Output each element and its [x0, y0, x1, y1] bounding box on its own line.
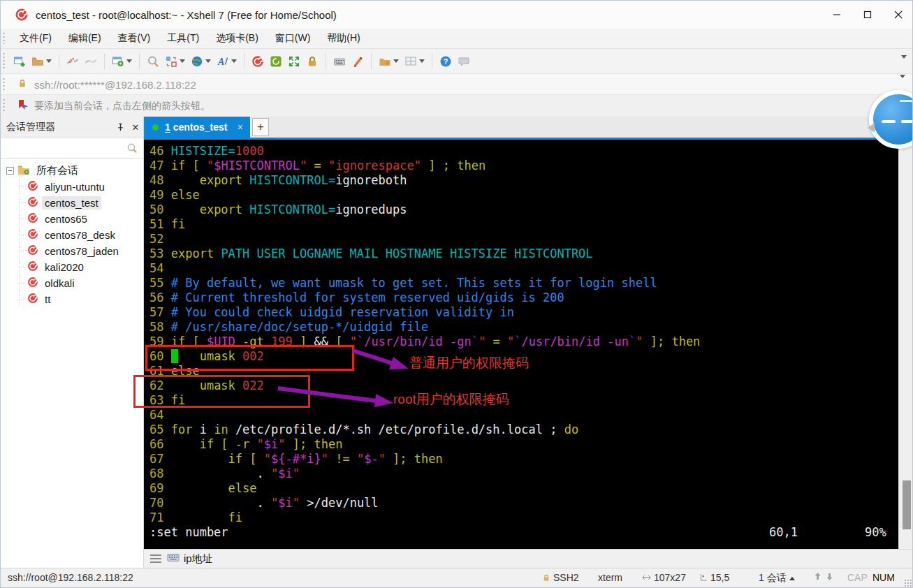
menu-item[interactable]: 选项卡(B) — [210, 30, 265, 47]
menu-item[interactable]: 窗口(W) — [269, 30, 317, 47]
tab-centos-test[interactable]: 1 centos_test × — [144, 117, 250, 138]
sidebar-item-tt[interactable]: tt — [1, 291, 143, 307]
new-folder-icon[interactable] — [376, 52, 402, 71]
session-manager-header: 会话管理器 ✕ — [1, 117, 143, 138]
terminal-line: 48 export HISTCONTROL=ignoreboth — [149, 173, 898, 188]
help-icon[interactable]: ? — [437, 52, 455, 71]
terminal-scrollbar[interactable] — [898, 140, 913, 549]
status-session-count[interactable]: 1 会话 — [759, 572, 795, 585]
toolbar-grip — [3, 99, 5, 113]
dropdown-caret-icon[interactable] — [393, 59, 399, 63]
encoding-globe-icon[interactable] — [188, 52, 214, 71]
sidebar-item-aliyun-utuntu[interactable]: aliyun-utuntu — [1, 179, 143, 195]
address-dropdown-icon[interactable] — [898, 78, 905, 91]
xftp-icon[interactable] — [267, 52, 285, 71]
terminal-line: 64 — [149, 408, 898, 422]
open-folder-icon[interactable] — [29, 52, 54, 71]
sidebar-item-oldkali[interactable]: oldkali — [1, 275, 143, 291]
tab-label: 1 centos_test — [165, 122, 238, 133]
dropdown-caret-icon[interactable] — [126, 59, 132, 63]
close-panel-icon[interactable]: ✕ — [128, 119, 143, 135]
pin-icon[interactable] — [112, 119, 128, 135]
terminal-cursor — [171, 349, 178, 363]
session-dropdown-icon[interactable] — [789, 577, 795, 580]
terminal-line: 50 export HISTCONTROL=ignoredups — [149, 203, 898, 217]
status-connection: ssh://root@192.168.2.118:22 — [8, 572, 133, 583]
minimize-button[interactable] — [821, 1, 852, 29]
highlighter-icon[interactable] — [349, 52, 367, 71]
session-label: oldkali — [42, 277, 78, 290]
new-session-icon[interactable] — [10, 52, 29, 71]
toolbar-separator — [244, 54, 244, 69]
session-icon — [27, 293, 38, 306]
find-icon[interactable] — [144, 52, 162, 71]
close-button[interactable] — [883, 1, 913, 29]
toolbar-separator — [371, 54, 372, 69]
address-url[interactable]: ssh://root:******@192.168.2.118:22 — [34, 79, 196, 91]
dropdown-caret-icon[interactable] — [419, 59, 425, 63]
session-tree: 所有会话 aliyun-utuntucentos_testcentos65cen… — [1, 159, 143, 307]
keyboard-icon[interactable] — [167, 552, 180, 566]
feedback-icon[interactable] — [455, 52, 473, 71]
scroll-buttons[interactable] — [813, 572, 834, 581]
terminal[interactable]: 46 HISTSIZE=100047 if [ "$HISTCONTROL" =… — [144, 140, 898, 549]
info-message: 要添加当前会话，点击左侧的箭头按钮。 — [34, 100, 210, 112]
resize-grip[interactable] — [904, 579, 912, 587]
quick-command-label[interactable]: ip地址 — [184, 552, 213, 566]
disconnect-icon[interactable] — [64, 52, 82, 71]
session-label: tt — [42, 293, 53, 306]
all-sessions-label: 所有会话 — [34, 163, 81, 178]
dropdown-caret-icon[interactable] — [205, 59, 211, 63]
scrollbar-thumb[interactable] — [903, 480, 911, 529]
arrow-up-icon[interactable] — [813, 572, 822, 581]
reconnect-icon[interactable] — [82, 52, 100, 71]
dropdown-caret-icon[interactable] — [180, 59, 185, 63]
sidebar-item-centos78_desk[interactable]: centos78_desk — [1, 227, 143, 243]
menu-item[interactable]: 编辑(E) — [62, 30, 108, 47]
menu-icon[interactable] — [150, 554, 161, 563]
menu-item[interactable]: 查看(V) — [112, 30, 157, 47]
menu-item[interactable]: 帮助(H) — [321, 30, 366, 47]
sidebar-item-kali2020[interactable]: kali2020 — [1, 259, 143, 275]
terminal-line: 57 # You could check uidgid reservation … — [149, 305, 898, 320]
terminal-line: 51 fi — [149, 217, 898, 232]
num-lock-indicator: NUM — [872, 572, 895, 583]
terminal-line: 62 umask 022 — [149, 378, 898, 393]
window-title: centos_test - root@localhost:~ - Xshell … — [36, 9, 337, 21]
keyboard-icon[interactable] — [330, 52, 349, 71]
fullscreen-icon[interactable] — [285, 52, 303, 71]
dropdown-caret-icon[interactable] — [46, 59, 52, 63]
maximize-button[interactable] — [852, 1, 883, 29]
menu-item[interactable]: 工具(T) — [161, 30, 205, 47]
widget-collapse-icon[interactable] — [868, 123, 875, 133]
tab-close-icon[interactable]: × — [238, 122, 243, 133]
toolbar-overflow-icon[interactable] — [899, 59, 907, 71]
menu-item[interactable]: 文件(F) — [13, 30, 58, 47]
tile-windows-icon[interactable] — [402, 52, 428, 71]
session-icon — [27, 277, 38, 290]
session-search-input[interactable] — [1, 138, 143, 159]
session-label: kali2020 — [42, 260, 87, 274]
collapse-icon[interactable] — [6, 167, 14, 175]
xshell-app-icon — [15, 8, 29, 22]
arrow-down-icon[interactable] — [825, 572, 834, 581]
font-icon[interactable]: A — [214, 52, 240, 71]
toolbar-grip — [3, 33, 5, 44]
toolbar-separator — [326, 54, 326, 69]
sidebar-item-all-sessions[interactable]: 所有会话 — [1, 163, 143, 179]
toolbar-grip — [3, 78, 5, 91]
terminal-line: 71 fi — [149, 510, 898, 525]
sidebar-item-centos78_jaden[interactable]: centos78_jaden — [1, 243, 143, 259]
layout-icon[interactable] — [162, 52, 188, 71]
lock-icon[interactable] — [303, 52, 321, 71]
dropdown-caret-icon[interactable] — [231, 59, 237, 63]
new-tab-button[interactable]: + — [252, 118, 269, 136]
properties-icon[interactable] — [109, 52, 135, 71]
terminal-line: 60 umask 002 — [149, 349, 898, 364]
sidebar-item-centos_test[interactable]: centos_test — [1, 195, 143, 211]
vim-status-line: :set number60,190% — [149, 525, 898, 540]
terminal-line: 67 if [ "${-#*i}" != "$-" ]; then — [149, 452, 898, 466]
xshell-icon[interactable] — [249, 52, 267, 71]
address-bar[interactable]: ssh://root:******@192.168.2.118:22 — [1, 73, 913, 95]
sidebar-item-centos65[interactable]: centos65 — [1, 211, 143, 227]
